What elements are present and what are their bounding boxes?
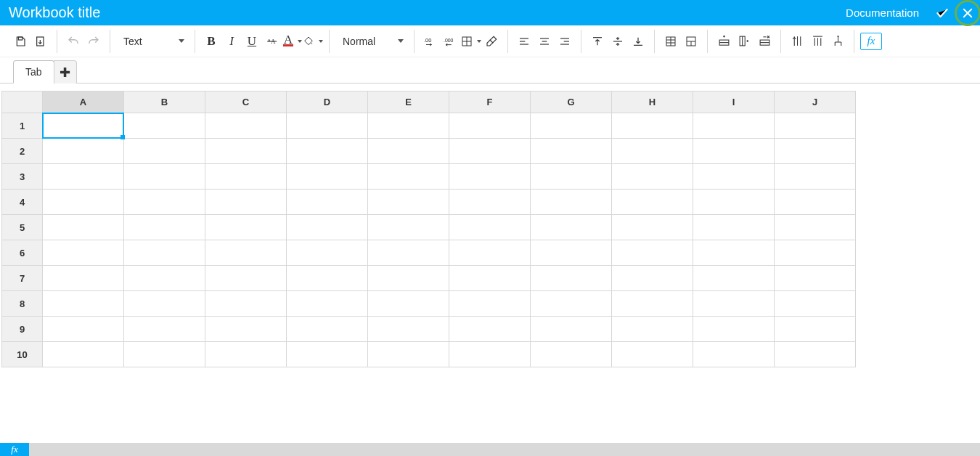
sheet-tab[interactable]: Tab xyxy=(13,60,54,84)
cell[interactable] xyxy=(775,342,856,367)
column-header[interactable]: G xyxy=(531,91,612,113)
cell-format-dropdown[interactable]: Text xyxy=(116,31,189,52)
cell[interactable] xyxy=(531,342,612,367)
cell[interactable] xyxy=(43,240,124,266)
cell[interactable] xyxy=(43,164,124,190)
add-tab-button[interactable]: ✚ xyxy=(54,60,77,84)
cell[interactable] xyxy=(693,291,775,317)
cell[interactable] xyxy=(449,291,531,317)
delete-row-button[interactable] xyxy=(754,31,775,52)
cell[interactable] xyxy=(693,139,775,164)
insert-column-button[interactable] xyxy=(734,31,754,52)
cell[interactable] xyxy=(124,139,205,164)
cell[interactable] xyxy=(449,190,531,215)
row-header[interactable]: 9 xyxy=(2,317,43,342)
workbook-title[interactable]: Workbook title xyxy=(0,4,100,21)
cell[interactable] xyxy=(43,190,124,215)
cell[interactable] xyxy=(775,215,856,240)
cell[interactable] xyxy=(287,317,368,342)
cell[interactable] xyxy=(368,266,449,291)
cell[interactable] xyxy=(43,291,124,317)
cell[interactable] xyxy=(449,317,531,342)
cell[interactable] xyxy=(531,164,612,190)
ungroup-button[interactable] xyxy=(828,31,848,52)
align-top-button[interactable] xyxy=(587,31,608,52)
cell[interactable] xyxy=(612,113,693,139)
row-header[interactable]: 4 xyxy=(2,190,43,215)
cell[interactable] xyxy=(124,266,205,291)
cell[interactable] xyxy=(205,342,287,367)
underline-button[interactable]: U xyxy=(242,31,262,52)
cell[interactable] xyxy=(693,190,775,215)
cell[interactable] xyxy=(612,164,693,190)
cell[interactable] xyxy=(449,342,531,367)
cell[interactable] xyxy=(775,113,856,139)
cell[interactable] xyxy=(368,215,449,240)
insert-table-button[interactable] xyxy=(661,31,681,52)
cell[interactable] xyxy=(287,190,368,215)
row-header[interactable]: 1 xyxy=(2,113,43,139)
select-all-corner[interactable] xyxy=(2,91,43,113)
cell[interactable] xyxy=(368,190,449,215)
column-header[interactable]: I xyxy=(693,91,775,113)
merge-cells-button[interactable] xyxy=(681,31,701,52)
cell[interactable] xyxy=(205,291,287,317)
cell[interactable] xyxy=(287,342,368,367)
cell[interactable] xyxy=(43,317,124,342)
cell[interactable] xyxy=(531,190,612,215)
undo-button[interactable] xyxy=(63,31,83,52)
cell[interactable] xyxy=(287,113,368,139)
cell[interactable] xyxy=(775,240,856,266)
cell[interactable] xyxy=(205,164,287,190)
cell[interactable] xyxy=(124,215,205,240)
cell[interactable] xyxy=(693,342,775,367)
column-header[interactable]: A xyxy=(43,91,124,113)
cell[interactable] xyxy=(531,240,612,266)
cell[interactable] xyxy=(531,291,612,317)
documentation-link[interactable]: Documentation xyxy=(836,0,929,25)
cell[interactable] xyxy=(368,240,449,266)
column-header[interactable]: H xyxy=(612,91,693,113)
cell[interactable] xyxy=(531,266,612,291)
cell[interactable] xyxy=(693,164,775,190)
cell[interactable] xyxy=(124,164,205,190)
cell[interactable] xyxy=(205,317,287,342)
freeze-panes-button[interactable] xyxy=(787,31,807,52)
strike-button[interactable]: ᵃA xyxy=(262,31,282,52)
redo-button[interactable] xyxy=(83,31,104,52)
cell[interactable] xyxy=(287,240,368,266)
cell[interactable] xyxy=(775,317,856,342)
cell[interactable] xyxy=(368,113,449,139)
cell-style-dropdown[interactable]: Normal xyxy=(335,31,408,52)
cell[interactable] xyxy=(205,240,287,266)
cell[interactable] xyxy=(693,317,775,342)
cell[interactable] xyxy=(368,291,449,317)
cell[interactable] xyxy=(205,266,287,291)
row-header[interactable]: 6 xyxy=(2,240,43,266)
align-left-button[interactable] xyxy=(514,31,534,52)
insert-row-button[interactable] xyxy=(714,31,734,52)
increase-decimal-button[interactable]: .000 xyxy=(441,31,461,52)
bold-button[interactable]: B xyxy=(201,31,221,52)
cell[interactable] xyxy=(287,139,368,164)
cell[interactable] xyxy=(368,317,449,342)
row-header[interactable]: 8 xyxy=(2,291,43,317)
formula-button[interactable]: fx xyxy=(860,33,882,50)
cell[interactable] xyxy=(531,139,612,164)
cell[interactable] xyxy=(287,215,368,240)
confirm-button[interactable] xyxy=(929,0,955,25)
column-header[interactable]: J xyxy=(775,91,856,113)
cell[interactable] xyxy=(775,164,856,190)
cell[interactable] xyxy=(205,190,287,215)
cell[interactable] xyxy=(775,291,856,317)
column-header[interactable]: E xyxy=(368,91,449,113)
cell[interactable] xyxy=(368,164,449,190)
cell[interactable] xyxy=(124,291,205,317)
cell[interactable] xyxy=(693,240,775,266)
cell[interactable] xyxy=(531,317,612,342)
cell[interactable] xyxy=(43,342,124,367)
close-button[interactable] xyxy=(955,0,980,25)
cell[interactable] xyxy=(612,139,693,164)
cell[interactable] xyxy=(449,266,531,291)
save-button[interactable] xyxy=(10,31,30,52)
